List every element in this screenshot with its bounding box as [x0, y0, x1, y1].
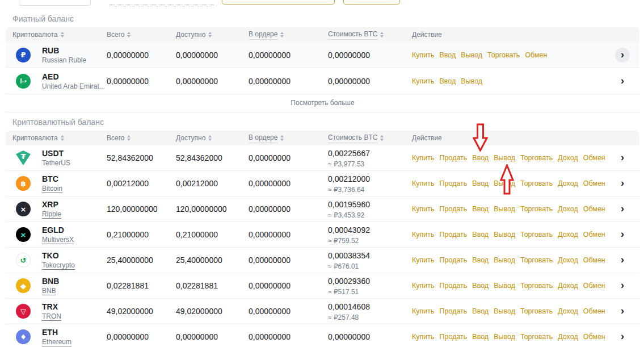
action-convert-link[interactable]: Обмен — [583, 256, 605, 264]
action-buy-link[interactable]: Купить — [412, 179, 435, 187]
row-chevron-button[interactable]: › — [615, 329, 630, 344]
action-deposit-link[interactable]: Ввод — [472, 231, 489, 239]
coin-name-link[interactable]: TRON — [42, 313, 61, 320]
action-withdraw-link[interactable]: Вывод — [494, 282, 515, 290]
action-trade-link[interactable]: Торговать — [520, 205, 553, 213]
sort-icon[interactable] — [380, 32, 384, 37]
action-buy-link[interactable]: Купить — [412, 282, 435, 290]
action-deposit-link[interactable]: Ввод — [472, 333, 489, 341]
action-trade-link[interactable]: Торговать — [520, 307, 553, 315]
coin-name-link[interactable]: Ripple — [42, 211, 61, 218]
sort-icon[interactable] — [380, 135, 384, 141]
sort-icon[interactable] — [208, 32, 212, 37]
action-deposit-link[interactable]: Ввод — [472, 307, 489, 315]
action-convert-link[interactable]: Обмен — [583, 333, 605, 341]
search-input[interactable] — [19, 0, 91, 6]
column-header-coin[interactable]: Криптовалюта — [12, 31, 107, 39]
coin-name-link[interactable]: BNB — [42, 287, 59, 295]
row-chevron-button[interactable]: › — [615, 253, 630, 267]
coin-name-link[interactable]: MultiversX — [42, 236, 74, 244]
top-action-button-1[interactable] — [222, 0, 335, 5]
action-buy-link[interactable]: Купить — [412, 51, 435, 59]
sort-icon[interactable] — [61, 32, 64, 37]
column-header-in-order[interactable]: В ордере — [249, 133, 328, 143]
column-header-btc-value[interactable]: Стоимость BTC — [328, 30, 407, 40]
action-sell-link[interactable]: Продать — [440, 179, 468, 187]
action-withdraw-link[interactable]: Вывод — [494, 307, 515, 315]
action-convert-link[interactable]: Обмен — [583, 307, 605, 315]
coin-name-link[interactable]: Tokocrypto — [42, 262, 75, 269]
column-header-total[interactable]: Всего — [107, 31, 176, 39]
action-sell-link[interactable]: Продать — [440, 307, 468, 315]
action-deposit-link[interactable]: Ввод — [440, 51, 456, 59]
action-convert-link[interactable]: Обмен — [583, 205, 605, 213]
action-convert-link[interactable]: Обмен — [583, 179, 605, 187]
action-deposit-link[interactable]: Ввод — [440, 77, 456, 85]
row-chevron-button[interactable]: › — [615, 278, 630, 293]
sort-icon[interactable] — [280, 135, 284, 141]
action-withdraw-link[interactable]: Вывод — [461, 51, 482, 59]
action-earn-link[interactable]: Доход — [558, 231, 578, 239]
row-chevron-button[interactable]: › — [615, 202, 630, 216]
action-buy-link[interactable]: Купить — [412, 154, 435, 162]
coin-name-link[interactable]: Bitcoin — [42, 185, 62, 193]
sort-icon[interactable] — [127, 32, 131, 37]
row-chevron-button[interactable]: › — [615, 304, 630, 319]
action-trade-link[interactable]: Торговать — [520, 154, 553, 162]
action-sell-link[interactable]: Продать — [440, 154, 468, 162]
sort-icon[interactable] — [61, 135, 64, 141]
row-chevron-button[interactable]: › — [615, 227, 630, 242]
coin-name-link[interactable]: Ethereum — [42, 338, 71, 346]
column-header-in-order[interactable]: В ордере — [249, 30, 328, 40]
action-trade-link[interactable]: Торговать — [520, 256, 553, 264]
row-chevron-button[interactable]: › — [615, 74, 630, 89]
action-deposit-link[interactable]: Ввод — [472, 154, 489, 162]
action-trade-link[interactable]: Торговать — [520, 231, 553, 239]
sort-icon[interactable] — [127, 135, 131, 141]
top-action-button-2[interactable] — [343, 0, 400, 5]
action-buy-link[interactable]: Купить — [412, 256, 435, 264]
column-header-total[interactable]: Всего — [107, 134, 176, 142]
action-earn-link[interactable]: Доход — [558, 256, 578, 264]
column-header-coin[interactable]: Криптовалюта — [12, 134, 107, 142]
action-sell-link[interactable]: Продать — [440, 205, 468, 213]
column-header-btc-value[interactable]: Стоимость BTC — [328, 133, 407, 143]
action-buy-link[interactable]: Купить — [412, 231, 435, 239]
column-header-available[interactable]: Доступно — [176, 31, 249, 39]
action-sell-link[interactable]: Продать — [440, 231, 468, 239]
sort-icon[interactable] — [208, 135, 212, 141]
action-buy-link[interactable]: Купить — [412, 307, 435, 315]
action-trade-link[interactable]: Торговать — [520, 282, 553, 290]
action-convert-link[interactable]: Обмен — [525, 51, 547, 59]
action-withdraw-link[interactable]: Вывод — [494, 179, 515, 187]
action-earn-link[interactable]: Доход — [558, 154, 578, 162]
view-more-button[interactable]: Посмотреть больше — [6, 94, 639, 112]
action-deposit-link[interactable]: Ввод — [472, 256, 489, 264]
action-earn-link[interactable]: Доход — [558, 282, 578, 290]
row-chevron-button[interactable]: › — [615, 48, 630, 62]
action-withdraw-link[interactable]: Вывод — [461, 77, 482, 85]
action-buy-link[interactable]: Купить — [412, 333, 435, 341]
action-deposit-link[interactable]: Ввод — [472, 205, 489, 213]
action-earn-link[interactable]: Доход — [558, 205, 578, 213]
action-convert-link[interactable]: Обмен — [583, 282, 605, 290]
action-earn-link[interactable]: Доход — [558, 307, 578, 315]
action-withdraw-link[interactable]: Вывод — [494, 205, 515, 213]
column-header-available[interactable]: Доступно — [176, 134, 249, 142]
action-deposit-link[interactable]: Ввод — [472, 179, 489, 187]
action-buy-link[interactable]: Купить — [412, 77, 435, 85]
action-trade-link[interactable]: Торговать — [520, 333, 553, 341]
action-convert-link[interactable]: Обмен — [583, 154, 605, 162]
action-trade-link[interactable]: Торговать — [487, 51, 520, 59]
action-withdraw-link[interactable]: Вывод — [494, 231, 515, 239]
action-earn-link[interactable]: Доход — [558, 333, 578, 341]
action-sell-link[interactable]: Продать — [440, 256, 468, 264]
action-sell-link[interactable]: Продать — [440, 333, 468, 341]
action-deposit-link[interactable]: Ввод — [472, 282, 489, 290]
action-trade-link[interactable]: Торговать — [520, 179, 553, 187]
action-withdraw-link[interactable]: Вывод — [494, 256, 515, 264]
action-earn-link[interactable]: Доход — [558, 179, 578, 187]
row-chevron-button[interactable]: › — [615, 150, 630, 165]
action-withdraw-link[interactable]: Вывод — [494, 154, 515, 162]
action-buy-link[interactable]: Купить — [412, 205, 435, 213]
